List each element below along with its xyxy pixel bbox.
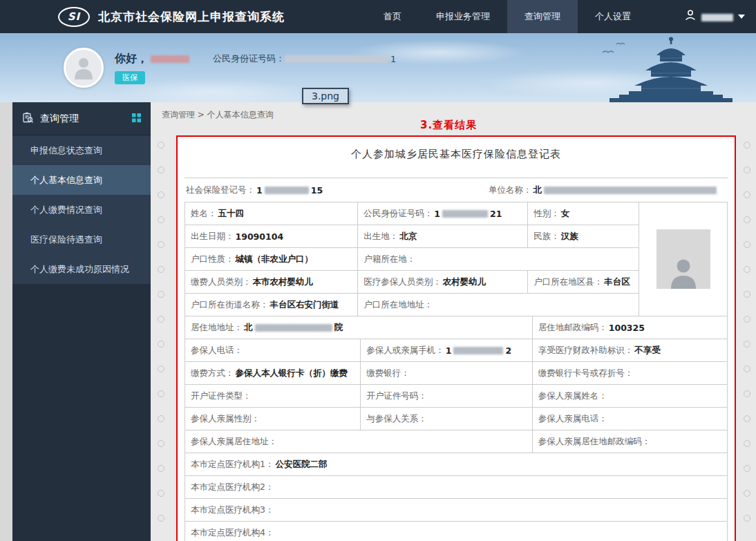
table-top-section: 姓名：五十四公民身份证号码：121性别：女出生日期：19090104出生地：北京…: [185, 202, 727, 316]
redacted-blur: [285, 55, 388, 63]
field-label: 开户证件类型：: [191, 390, 252, 402]
table-cell: 公民身份证号码：121: [357, 202, 527, 225]
field-label: 参保人亲属姓名：: [538, 390, 607, 402]
user-icon: [684, 9, 697, 24]
table-row: 姓名：五十四公民身份证号码：121性别：女: [185, 202, 639, 225]
grid-icon[interactable]: [132, 113, 141, 124]
unit-name-label: 单位名称：: [489, 184, 532, 196]
redacted-blur: [151, 55, 189, 63]
main-content: 查询管理 > 个人基本信息查询 3.查看结果 个人参加城乡居民基本医疗保险信息登…: [151, 102, 756, 541]
registration-number-label: 社会保险登记号：: [186, 184, 255, 196]
table-row: 缴费人员类别：本市农村婴幼儿医疗参保人员类别：农村婴幼儿户口所在地区县：丰台区: [185, 271, 639, 294]
field-label: 参保人电话：: [191, 345, 243, 357]
logo: SI: [58, 7, 90, 27]
sidebar-filler: [12, 284, 151, 541]
text-fragment: 本市农村婴幼儿: [253, 276, 314, 288]
sidebar-item-1[interactable]: 申报信息状态查询: [12, 135, 151, 165]
table-cell: 参保人电话：: [185, 339, 360, 361]
table-cell: 居住地地址：北院: [185, 316, 532, 339]
perforation-column-right: [744, 142, 750, 522]
field-label: 公民身份证号码：: [363, 208, 433, 220]
field-label: 缴费方式：: [191, 368, 234, 379]
perforation-circle: [744, 291, 750, 298]
breadcrumb[interactable]: 查询管理 > 个人基本信息查询: [151, 102, 756, 121]
nav-item-1[interactable]: 首页: [366, 0, 419, 33]
registration-number: 社会保险登记号： 115: [186, 184, 489, 196]
info-table: 姓名：五十四公民身份证号码：121性别：女出生日期：19090104出生地：北京…: [185, 202, 728, 541]
perforation-circle: [744, 241, 750, 248]
query-management-icon: [22, 112, 34, 126]
perforation-circle: [744, 216, 750, 223]
field-value: 丰台区: [604, 276, 630, 288]
annotation-text: 3.查看结果: [420, 119, 477, 132]
field-value: 五十四: [218, 208, 245, 220]
field-label: 姓名：: [191, 208, 217, 220]
perforation-circle: [158, 465, 164, 472]
table-cell: 本市定点医疗机构2：: [185, 476, 727, 498]
perforation-circle: [744, 440, 750, 447]
table-row: 户口所在街道名称：丰台区右安门街道户口所在地地址：: [185, 294, 639, 316]
field-label: 户籍所在地：: [363, 254, 415, 265]
field-label: 出生地：: [363, 231, 398, 243]
photo-placeholder: [656, 229, 710, 289]
table-cell: 医疗参保人员类别：农村婴幼儿: [357, 271, 527, 293]
chevron-down-icon: [738, 15, 745, 19]
table-cell: 参保人或亲属手机：12: [360, 339, 532, 361]
table-row: 本市定点医疗机构3：: [185, 499, 727, 522]
redacted-blur: [265, 187, 309, 194]
redacted-blur: [442, 210, 488, 218]
table-cell: 缴费银行卡号或存折号：: [532, 362, 727, 384]
sidebar-item-2[interactable]: 个人基本信息查询: [12, 165, 151, 195]
perforation-circle: [744, 191, 750, 198]
photo-cell: [639, 202, 727, 316]
text-fragment: 北京: [399, 231, 417, 243]
field-value: 北院: [244, 322, 343, 334]
nav-item-4[interactable]: 个人设置: [578, 0, 648, 33]
perforation-circle: [744, 142, 750, 149]
field-label: 民族：: [533, 231, 560, 243]
text-fragment: 五十四: [218, 208, 245, 220]
perforation-circle: [158, 241, 164, 248]
page: SI 北京市社会保险网上申报查询系统 首页申报业务管理查询管理个人设置 你好， …: [0, 0, 756, 541]
table-cell: 缴费银行：: [360, 362, 532, 384]
table-cell: 参保人亲属居住地邮政编码：: [532, 430, 727, 453]
sidebar-item-4[interactable]: 医疗保险待遇查询: [12, 225, 151, 254]
nav-item-2[interactable]: 申报业务管理: [419, 0, 507, 33]
sidebar-item-3[interactable]: 个人缴费情况查询: [12, 195, 151, 225]
table-cell: 参保人亲属居住地址：: [185, 430, 532, 453]
perforation-circle: [158, 266, 164, 273]
perforation-circle: [744, 266, 750, 273]
table-cell: 户口性质：城镇（非农业户口）: [185, 248, 357, 270]
field-label: 缴费银行：: [366, 368, 410, 379]
field-value: 本市农村婴幼儿: [253, 276, 314, 288]
field-value: 公安医院二部: [275, 459, 327, 471]
table-cell: 与参保人关系：: [360, 408, 532, 430]
perforation-column-left: [158, 142, 164, 522]
perforation-circle: [158, 341, 164, 348]
sidebar-item-5[interactable]: 个人缴费未成功原因情况: [12, 254, 151, 284]
user-menu[interactable]: [684, 9, 745, 24]
perforation-circle: [744, 465, 750, 472]
perforation-circle: [744, 341, 750, 348]
field-label: 居住地邮政编码：: [538, 322, 607, 334]
field-label: 缴费银行卡号或存折号：: [538, 368, 634, 379]
sidebar-menu: 申报信息状态查询个人基本信息查询个人缴费情况查询医疗保险待遇查询个人缴费未成功原…: [12, 135, 151, 284]
field-label: 参保人亲属性别：: [191, 413, 260, 425]
perforation-circle: [158, 390, 164, 397]
perforation-circle: [744, 366, 750, 372]
registration-row: 社会保险登记号： 115 单位名称： 北: [185, 178, 728, 202]
perforation-circle: [158, 490, 164, 497]
birds-icon: [603, 44, 625, 53]
person-icon: [73, 56, 94, 79]
text-fragment: 女: [561, 208, 570, 220]
text-fragment: 19090104: [236, 231, 284, 242]
field-label: 享受医疗财政补助标识：: [538, 345, 634, 357]
perforation-circle: [158, 191, 164, 198]
nav-item-3[interactable]: 查询管理: [507, 0, 578, 33]
table-row: 本市定点医疗机构2：: [185, 476, 727, 499]
table-cell: 参保人亲属性别：: [185, 408, 360, 430]
perforation-circle: [744, 515, 750, 522]
banner-info: 你好， 公民身份证号码： 1 医保: [115, 52, 396, 84]
field-value: 100325: [609, 323, 645, 333]
redacted-blur: [453, 347, 503, 354]
